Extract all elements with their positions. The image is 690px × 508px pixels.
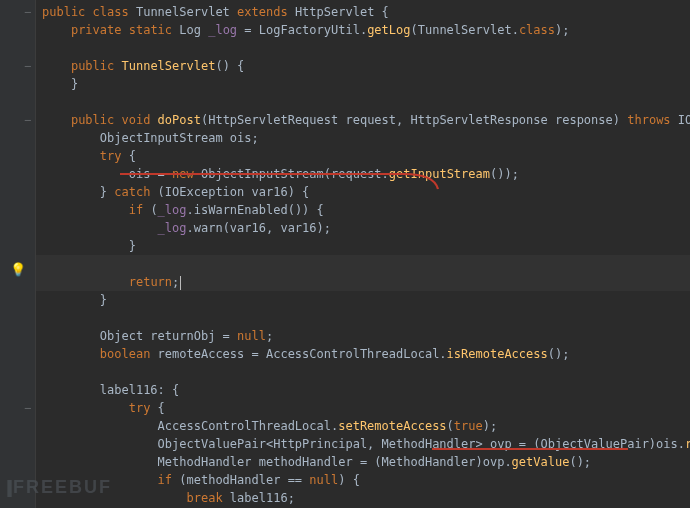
code-line-current[interactable]: return; [36, 273, 690, 291]
annotation-underline [114, 171, 444, 195]
code-line[interactable] [36, 39, 690, 57]
code-editor[interactable]: public class TunnelServlet extends HttpS… [36, 0, 690, 508]
fold-minus-icon[interactable]: − [24, 5, 33, 14]
code-line[interactable] [36, 363, 690, 381]
editor-gutter: − − − 💡 − [0, 0, 36, 508]
code-line[interactable]: } [36, 291, 690, 309]
code-line[interactable]: public void doPost(HttpServletRequest re… [36, 111, 690, 129]
code-line[interactable]: try { [36, 399, 690, 417]
fold-minus-icon[interactable]: − [24, 59, 33, 68]
fold-minus-icon[interactable]: − [24, 401, 33, 410]
code-line[interactable]: break label116; [36, 489, 690, 507]
fold-minus-icon[interactable]: − [24, 113, 33, 122]
code-line[interactable]: private static Log _log = LogFactoryUtil… [36, 21, 690, 39]
code-line[interactable]: } [36, 75, 690, 93]
intention-bulb-icon[interactable]: 💡 [10, 262, 24, 276]
code-line[interactable]: public TunnelServlet() { [36, 57, 690, 75]
code-line[interactable]: ObjectValuePair<HttpPrincipal, MethodHan… [36, 435, 690, 453]
text-caret [180, 276, 181, 290]
code-line[interactable]: ObjectInputStream ois; [36, 129, 690, 147]
code-line[interactable]: Object returnObj = null; [36, 327, 690, 345]
code-line[interactable]: if (_log.isWarnEnabled()) { [36, 201, 690, 219]
code-line[interactable]: try { [36, 147, 690, 165]
code-line[interactable]: boolean remoteAccess = AccessControlThre… [36, 345, 690, 363]
code-line[interactable]: MethodHandler methodHandler = (MethodHan… [36, 453, 690, 471]
code-line[interactable] [36, 93, 690, 111]
code-line[interactable] [36, 309, 690, 327]
annotation-underline [432, 448, 628, 450]
code-line[interactable]: } [36, 237, 690, 255]
code-line[interactable] [36, 255, 690, 273]
code-line[interactable]: AccessControlThreadLocal.setRemoteAccess… [36, 417, 690, 435]
code-line[interactable]: label116: { [36, 381, 690, 399]
code-line[interactable]: if (methodHandler == null) { [36, 471, 690, 489]
code-line[interactable]: public class TunnelServlet extends HttpS… [36, 3, 690, 21]
code-line[interactable]: _log.warn(var16, var16); [36, 219, 690, 237]
watermark-logo: |||FREEBUF [6, 477, 112, 498]
